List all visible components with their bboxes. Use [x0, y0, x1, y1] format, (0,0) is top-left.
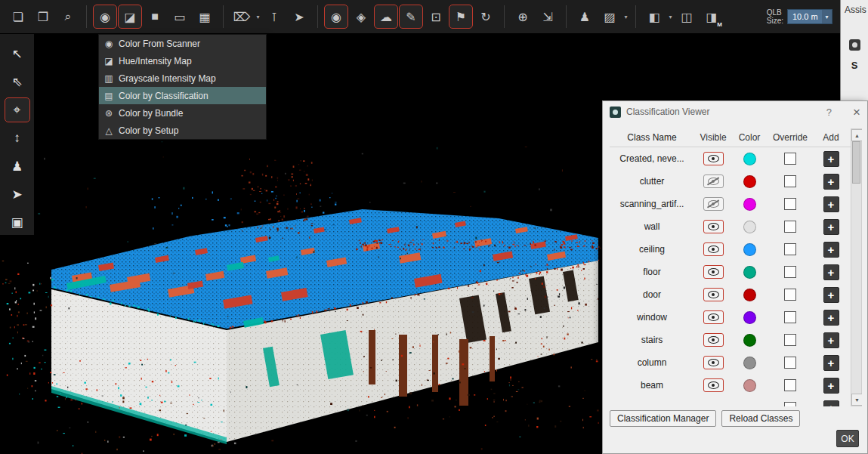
visibility-toggle[interactable] [703, 220, 724, 233]
cube-view-button[interactable]: ◧ [642, 5, 666, 29]
select-points-tool[interactable]: ⇖ [5, 69, 30, 94]
override-checkbox[interactable] [784, 153, 796, 165]
class-color-swatch[interactable] [743, 266, 756, 279]
add-class-button[interactable]: + [823, 332, 839, 348]
hatch-pattern-button-caret[interactable]: ▾ [622, 14, 629, 20]
override-checkbox[interactable] [784, 402, 796, 406]
class-color-swatch[interactable] [743, 198, 756, 211]
add-class-button[interactable]: + [823, 242, 839, 258]
cloud-button[interactable]: ☁ [374, 5, 398, 29]
override-checkbox[interactable] [784, 334, 796, 346]
solid-color-button[interactable]: ■ [143, 5, 167, 29]
color-by-classification-button[interactable]: ◪ [118, 5, 142, 29]
qlb-caret-icon[interactable]: ▾ [822, 10, 832, 23]
class-color-swatch[interactable] [743, 221, 756, 233]
point-cloud-viewport[interactable] [0, 34, 602, 454]
class-color-swatch[interactable] [743, 311, 756, 324]
visibility-toggle[interactable] [703, 288, 724, 301]
image-view-button[interactable]: ▦ [193, 5, 217, 29]
class-name-cell[interactable]: scanning_artif... [610, 199, 694, 209]
override-checkbox[interactable] [784, 379, 796, 391]
visibility-toggle[interactable] [703, 333, 724, 347]
visibility-toggle[interactable] [703, 242, 724, 256]
classification-manager-button[interactable]: Classification Manager [610, 410, 716, 427]
visibility-toggle[interactable] [703, 152, 724, 165]
override-checkbox[interactable] [784, 198, 796, 210]
reload-classes-button[interactable]: Reload Classes [721, 410, 800, 427]
thermometer-tool-button[interactable]: ⊺ [262, 5, 286, 29]
override-checkbox[interactable] [784, 289, 796, 301]
move-axes-button[interactable]: ⊕ [511, 5, 535, 29]
visibility-toggle[interactable] [703, 356, 724, 369]
override-checkbox[interactable] [784, 221, 796, 233]
record-target-button[interactable]: ◉ [324, 5, 348, 29]
add-class-button[interactable]: + [823, 219, 839, 235]
pointer-tool-button[interactable]: ➤ [287, 5, 311, 29]
class-color-swatch[interactable] [743, 289, 756, 301]
add-class-button[interactable]: + [823, 151, 839, 167]
visibility-toggle[interactable] [703, 310, 724, 324]
visibility-toggle[interactable] [703, 378, 724, 392]
orbit-refresh-button[interactable]: ↻ [474, 5, 498, 29]
cube-model-button[interactable]: ◨M [700, 5, 724, 29]
scrollbar-thumb[interactable] [852, 141, 860, 184]
class-name-cell[interactable]: window [610, 312, 694, 323]
visibility-toggle[interactable] [703, 174, 724, 188]
class-name-cell[interactable]: column [610, 357, 694, 368]
class-name-cell[interactable]: floor [610, 267, 694, 277]
class-name-cell[interactable]: Created, neve... [610, 153, 694, 164]
menu-item-color-by-bundle[interactable]: ⊛Color by Bundle [99, 104, 266, 122]
add-class-button[interactable]: + [823, 196, 839, 212]
class-name-cell[interactable]: beam [610, 380, 694, 391]
class-color-swatch[interactable] [743, 175, 756, 188]
class-color-swatch[interactable] [743, 334, 756, 347]
class-name-cell[interactable]: stairs [610, 335, 694, 345]
menu-item-color-by-classification[interactable]: ▤Color by Classification [99, 87, 266, 104]
assistant-icon[interactable] [849, 39, 860, 51]
camera-button[interactable]: ⊡ [424, 5, 448, 29]
class-name-cell[interactable]: wall [610, 221, 694, 232]
visibility-toggle[interactable] [703, 197, 724, 211]
annotate-pen-button[interactable]: ✎ [399, 5, 423, 29]
hatch-pattern-button[interactable]: ▨ [598, 5, 622, 29]
cube-wireframe-button[interactable]: ◫ [675, 5, 699, 29]
level-height-tool[interactable]: ↕ [5, 125, 30, 150]
scan-station-button[interactable]: ♟ [573, 5, 597, 29]
eraser-tool-button[interactable]: ⌦ [230, 5, 254, 29]
select-cursor-tool[interactable]: ↖ [5, 42, 30, 66]
location-pin-button[interactable]: ⚑ [449, 5, 473, 29]
fly-mode-tool[interactable]: ➤ [5, 182, 30, 207]
class-color-swatch[interactable] [743, 357, 756, 369]
panorama-view-button[interactable]: ▭ [168, 5, 192, 29]
new-window-icon[interactable]: ❏ [6, 5, 30, 29]
override-checkbox[interactable] [784, 243, 796, 255]
add-class-button[interactable]: + [823, 310, 839, 326]
add-class-button[interactable]: + [823, 287, 839, 303]
menu-item-color-from-scanner[interactable]: ◉Color From Scanner [99, 35, 266, 52]
cube-view-button-caret[interactable]: ▾ [667, 14, 674, 20]
class-color-swatch[interactable] [743, 379, 756, 392]
scroll-down-icon[interactable]: ▼ [851, 394, 862, 406]
drop-transform-button[interactable]: ⇲ [536, 5, 560, 29]
menu-item-color-by-setup[interactable]: △Color by Setup [99, 122, 266, 139]
add-class-button[interactable]: + [823, 174, 839, 190]
add-class-button[interactable]: + [823, 378, 839, 394]
eraser-tool-button-caret[interactable]: ▾ [255, 14, 261, 20]
class-color-swatch[interactable] [743, 153, 756, 165]
panorama-box-tool[interactable]: ▣ [5, 210, 30, 235]
add-class-button[interactable]: + [823, 400, 839, 407]
color-from-scanner-button[interactable]: ◉ [93, 5, 117, 29]
table-scrollbar[interactable]: ▲ ▼ [851, 128, 862, 406]
panel-header[interactable]: Classification Viewer ? × [603, 101, 867, 122]
scroll-up-icon[interactable]: ▲ [851, 129, 862, 141]
walk-mode-tool[interactable]: ♟ [5, 154, 30, 179]
class-name-cell[interactable]: door [610, 289, 694, 300]
class-name-cell[interactable]: ceiling [610, 244, 694, 255]
override-checkbox[interactable] [784, 266, 796, 278]
help-button[interactable]: ? [826, 107, 832, 118]
close-icon[interactable]: × [853, 106, 860, 119]
duplicate-window-icon[interactable]: ❐ [31, 5, 55, 29]
orbit-tool[interactable]: ⌖ [5, 97, 30, 122]
menu-item-grayscale-intensity-map[interactable]: ▥Grayscale Intensity Map [99, 69, 266, 87]
assistant-panel-strip[interactable]: Assis S [840, 0, 868, 100]
